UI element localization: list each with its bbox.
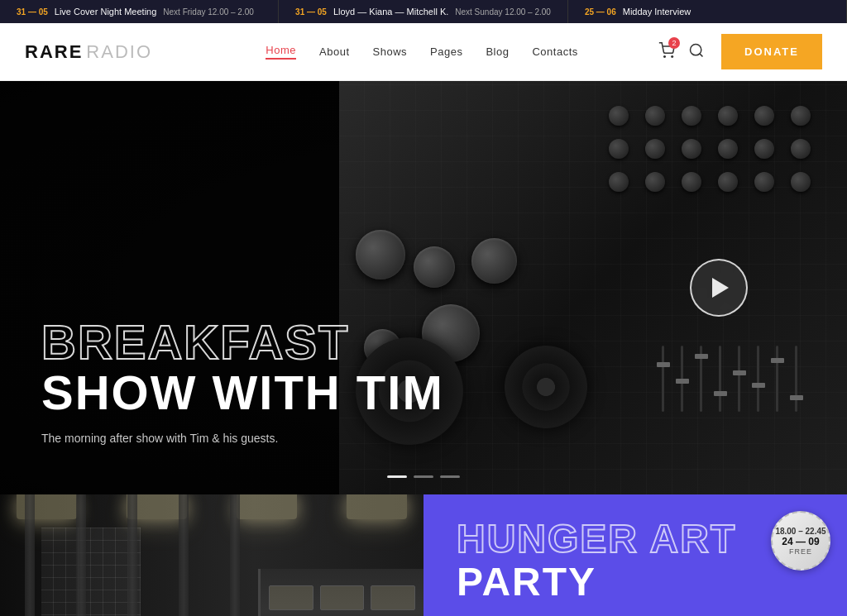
svg-point-0	[664, 55, 666, 57]
event-title-outline: HUNGER ART	[457, 519, 822, 559]
train-windows	[269, 585, 415, 610]
slider-dots	[387, 475, 460, 478]
hero-title-solid: SHOW WITH TIM	[41, 365, 444, 419]
train-window-3	[371, 585, 415, 610]
ticker-item-2: 31 — 05 Lloyd — Kiana — Mitchell K. Next…	[279, 0, 568, 23]
logo[interactable]: RARE RADIO	[25, 41, 152, 63]
train-window-2	[320, 585, 365, 610]
event-panel: 18.00 – 22.45 24 — 09 FREE HUNGER ART PA…	[424, 494, 847, 616]
nav-icons: 2	[658, 42, 705, 62]
ticker-item-1: 31 — 05 Live Cover Night Meeting Next Fr…	[0, 0, 279, 23]
train-window-1	[269, 585, 313, 610]
event-title-solid: PARTY	[457, 562, 822, 602]
subway-pillar-4	[179, 494, 189, 616]
slider-dot-2[interactable]	[414, 475, 433, 478]
search-icon[interactable]	[688, 42, 705, 62]
ticker-time-1: Next Friday 12.00 – 2.00	[163, 7, 254, 17]
logo-radio: RADIO	[86, 41, 152, 63]
ticker-time-2: Next Sunday 12.00 – 2.00	[455, 7, 551, 17]
event-description: Featuring live DJ sets from Zimmer, Marc…	[457, 612, 622, 616]
ticker-title-1: Live Cover Night Meeting	[55, 7, 157, 17]
bottom-section: ↑ POLICE 18.00 – 22.45 24 — 09 FREE HUNG…	[0, 494, 847, 616]
play-triangle-icon	[712, 278, 729, 298]
hero-section: BREAKFAST SHOW WITH TIM The morning afte…	[0, 81, 847, 494]
subway-panel: ↑ POLICE	[0, 494, 424, 616]
badge-time: 18.00 – 22.45	[775, 527, 825, 536]
logo-rare: RARE	[25, 41, 83, 63]
subway-pillar-3	[127, 494, 137, 616]
event-badge: 18.00 – 22.45 24 — 09 FREE	[771, 511, 830, 571]
ticker-date-1: 31 — 05	[17, 7, 48, 17]
nav-item-about[interactable]: About	[319, 45, 349, 58]
slider-dot-1[interactable]	[387, 475, 407, 478]
ticker-title-3: Midday Interview	[623, 7, 691, 17]
cart-icon[interactable]: 2	[658, 42, 675, 62]
ticker-bar: 31 — 05 Live Cover Night Meeting Next Fr…	[0, 0, 847, 23]
subway-pillar-2	[76, 494, 86, 616]
nav-item-blog[interactable]: Blog	[486, 45, 509, 58]
hero-subtitle: The morning after show with Tim & his gu…	[41, 432, 444, 445]
header: RARE RADIO Home About Shows Pages Blog C…	[0, 23, 847, 81]
play-button[interactable]	[690, 259, 748, 317]
train	[258, 569, 424, 616]
nav-item-pages[interactable]: Pages	[430, 45, 462, 58]
ticker-date-3: 25 — 06	[585, 7, 616, 17]
ticker-title-2: Lloyd — Kiana — Mitchell K.	[333, 7, 448, 17]
nav-item-contacts[interactable]: Contacts	[532, 45, 577, 58]
subway-pillar-1	[25, 494, 35, 616]
nav-item-shows[interactable]: Shows	[373, 45, 408, 58]
svg-point-1	[672, 55, 673, 57]
main-nav: Home About Shows Pages Blog Contacts	[185, 44, 658, 60]
ticker-date-2: 31 — 05	[295, 7, 327, 17]
cart-badge: 2	[668, 37, 680, 49]
subway-pillar-5	[230, 494, 240, 616]
nav-item-home[interactable]: Home	[266, 44, 296, 60]
donate-button[interactable]: DONATE	[721, 34, 822, 69]
svg-point-2	[691, 44, 701, 55]
slider-dot-3[interactable]	[440, 475, 460, 478]
ticker-item-3: 25 — 06 Midday Interview	[568, 0, 847, 23]
badge-date: 24 — 09	[782, 536, 819, 547]
hero-title: BREAKFAST SHOW WITH TIM	[41, 318, 444, 418]
badge-free: FREE	[789, 547, 812, 556]
hero-title-outline: BREAKFAST	[41, 315, 349, 369]
hero-content: BREAKFAST SHOW WITH TIM The morning afte…	[0, 318, 444, 445]
